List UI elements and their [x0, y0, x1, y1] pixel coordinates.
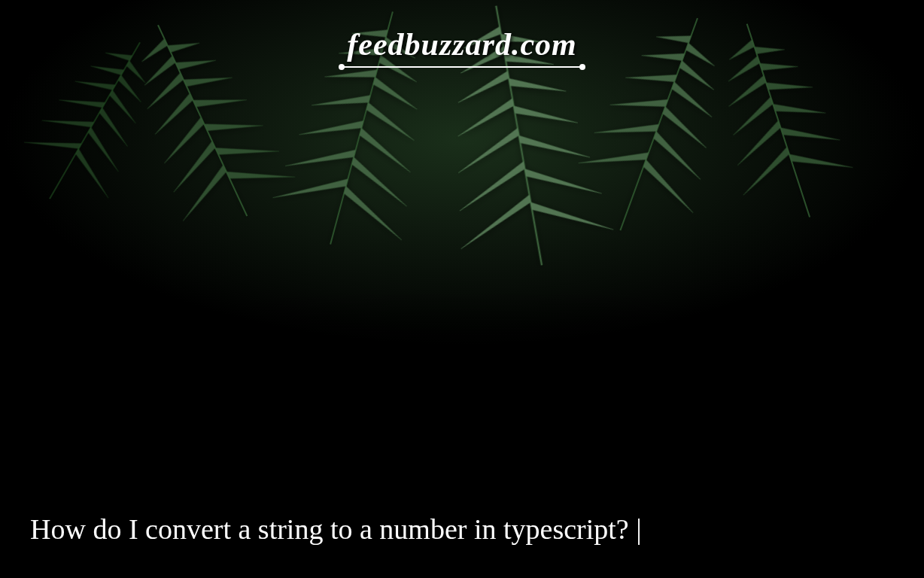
article-title-area: How do I convert a string to a number in… — [30, 511, 894, 548]
logo-underline — [342, 66, 582, 68]
site-logo: feedbuzzard.com — [342, 26, 582, 68]
article-title: How do I convert a string to a number in… — [30, 511, 894, 548]
logo-text: feedbuzzard.com — [342, 26, 582, 62]
fern-decoration — [686, 4, 871, 239]
